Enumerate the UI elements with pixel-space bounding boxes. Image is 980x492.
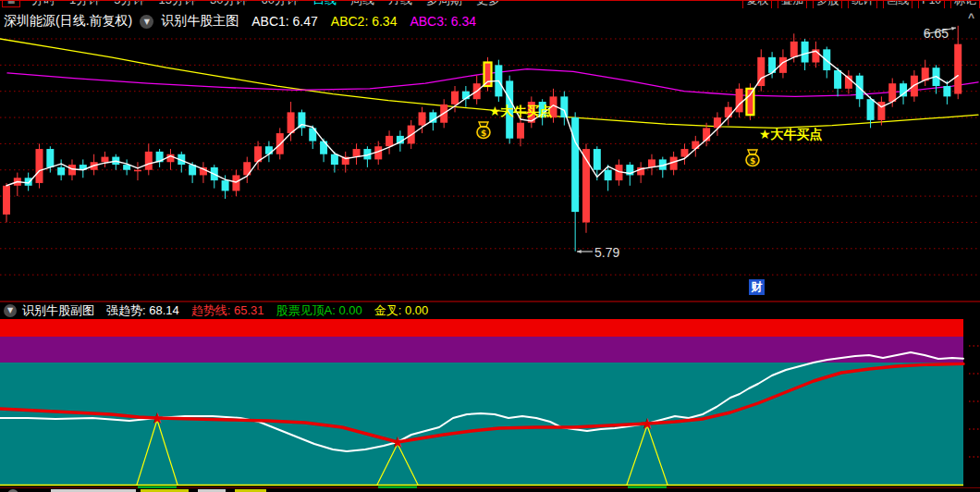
- candle-body: [605, 170, 612, 180]
- money-bag-icon: $: [477, 122, 490, 139]
- sub-indicator-name: 识别牛股副图: [22, 302, 94, 319]
- money-bag-icon: $: [746, 150, 759, 166]
- main-indicator-name: 识别牛股主图: [161, 13, 239, 30]
- sub-indicator-header: ▼ 识别牛股副图 强趋势: 68.14趋势线: 65.31股票见顶A: 0.00…: [0, 302, 980, 319]
- candle-body: [288, 112, 295, 133]
- indicator-value-2: 股票见顶A: 0.00: [276, 302, 362, 319]
- toolbar-button-2[interactable]: 多股: [813, 0, 842, 8]
- price-annotation: 5.79: [594, 245, 619, 260]
- candle-body: [353, 149, 361, 157]
- candle-body: [560, 96, 568, 117]
- candle-body: [867, 99, 875, 120]
- candle-body: [3, 186, 10, 215]
- buy-signal-candle: [746, 89, 753, 115]
- toolbar-button-4[interactable]: 画线: [883, 0, 913, 8]
- partial-panel-header: [0, 488, 980, 492]
- buy-point-label: ★大牛买点: [489, 104, 553, 118]
- period-item-8[interactable]: 月线: [388, 0, 412, 8]
- candle-body: [451, 92, 459, 105]
- info-flag-badge[interactable]: 财: [749, 279, 765, 295]
- candle-body: [517, 123, 524, 139]
- period-item-1[interactable]: 1分钟: [69, 0, 100, 8]
- period-item-6[interactable]: 日线: [312, 0, 337, 8]
- candle-body: [911, 76, 918, 97]
- candle-body: [648, 159, 655, 167]
- period-item-4[interactable]: 30分钟: [210, 0, 247, 8]
- symbol-header: 深圳能源(日线.前复权) ▼ 识别牛股主图 ABC1: 6.47ABC2: 6.…: [0, 9, 980, 33]
- indicator-value-1: ABC2: 6.34: [331, 14, 398, 29]
- candle-body: [46, 149, 54, 167]
- cross-star-marker: ★: [390, 433, 404, 451]
- candle-body: [954, 44, 962, 94]
- candle-body: [68, 165, 76, 175]
- candle-body: [57, 167, 65, 176]
- candle-body: [232, 175, 239, 191]
- candle-body: [790, 42, 798, 57]
- indicator-value-0: 强趋势: 68.14: [106, 302, 179, 319]
- candle-body: [265, 146, 273, 154]
- toolbar-button-6[interactable]: 标记: [950, 0, 980, 8]
- sub-band: [0, 319, 963, 337]
- candle-body: [571, 117, 579, 212]
- candle-body: [943, 86, 950, 96]
- toolbar-button-1[interactable]: 叠加: [778, 0, 807, 8]
- candle-body: [834, 70, 841, 89]
- chevron-down-icon[interactable]: ▼: [140, 15, 153, 29]
- svg-text:$: $: [481, 129, 486, 138]
- period-item-0[interactable]: 分时: [31, 0, 55, 8]
- candle-body: [101, 157, 108, 163]
- period-toolbar: ▦ 分时1分钟5分钟15分钟30分钟60分钟日线周线月线多周期更多 复权叠加多股…: [0, 0, 980, 8]
- toolbar-button-5[interactable]: F10: [918, 0, 945, 8]
- chart-canvas[interactable]: ★大牛买点★大牛买点$$6.655.79★★★: [0, 0, 980, 492]
- period-item-9[interactable]: 多周期: [426, 0, 462, 8]
- candle-body: [888, 83, 896, 102]
- indicator-value-1: 趋势线: 65.31: [191, 302, 264, 319]
- svg-text:$: $: [750, 156, 755, 166]
- candle-body: [823, 49, 830, 70]
- period-item-3[interactable]: 15分钟: [158, 0, 195, 8]
- toolbar-button-0[interactable]: 复权: [742, 0, 772, 8]
- app-grid-icon[interactable]: ▦: [2, 0, 20, 7]
- period-item-10[interactable]: 更多: [476, 0, 500, 8]
- indicator-value-3: 金叉: 0.00: [374, 302, 429, 319]
- candle-body: [725, 107, 732, 117]
- cross-star-marker: ★: [640, 414, 654, 433]
- stock-app-window: ★大牛买点★大牛买点$$6.655.79★★★ ▦ 分时1分钟5分钟15分钟30…: [0, 0, 980, 492]
- sub-band: [0, 337, 963, 363]
- indicator-value-0: ABC1: 6.47: [251, 14, 318, 29]
- period-item-5[interactable]: 60分钟: [261, 0, 298, 8]
- candle-body: [386, 136, 393, 146]
- annotation-arrowhead: [577, 250, 582, 253]
- candle-body: [419, 112, 426, 125]
- collapse-caret-icon[interactable]: ^: [968, 11, 974, 24]
- candle-body: [134, 170, 141, 172]
- candle-body: [331, 154, 338, 165]
- candle-body: [594, 149, 601, 170]
- candle-body: [222, 180, 229, 191]
- symbol-title: 深圳能源(日线.前复权): [4, 13, 132, 30]
- candle-body: [802, 42, 809, 63]
- period-item-2[interactable]: 5分钟: [114, 0, 144, 8]
- ma-magenta: [7, 69, 978, 97]
- candle-body: [35, 149, 43, 183]
- chevron-down-icon[interactable]: ▼: [4, 304, 17, 317]
- candle-body: [145, 152, 153, 170]
- cross-star-marker: ★: [150, 409, 164, 427]
- candle-body: [692, 141, 699, 150]
- indicator-value-2: ABC3: 6.34: [410, 14, 476, 29]
- buy-point-label: ★大牛买点: [759, 127, 823, 141]
- candle-body: [25, 178, 32, 186]
- toolbar-button-3[interactable]: 统计: [848, 0, 877, 8]
- period-item-7[interactable]: 周线: [350, 0, 374, 8]
- candle-body: [736, 89, 743, 113]
